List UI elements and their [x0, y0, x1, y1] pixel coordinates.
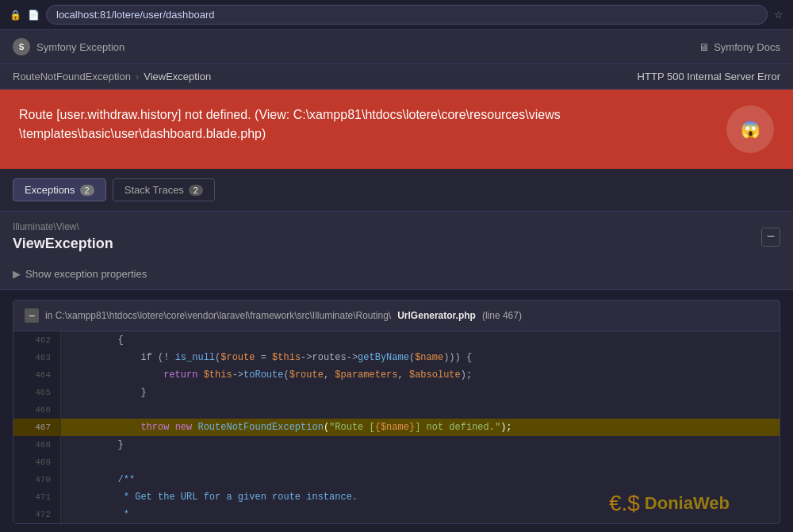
code-line-470: 470 /** [13, 471, 780, 488]
breadcrumb: RouteNotFoundException › ViewException [13, 71, 211, 82]
line-num-469: 469 [13, 454, 61, 471]
address-text: localhost:81/lotere/user/dashboard [56, 9, 214, 21]
code-line-469: 469 [13, 454, 780, 471]
browser-chrome: 🔒 📄 localhost:81/lotere/user/dashboard ☆ [0, 0, 793, 30]
error-icon-container: 😱 [726, 105, 774, 153]
show-properties-label: Show exception properties [25, 268, 147, 280]
code-line-462: 462 { [13, 331, 780, 349]
arrow-icon: ▶ [13, 268, 21, 280]
line-num-463: 463 [13, 349, 61, 366]
line-content-470: /** [61, 471, 780, 488]
symfony-docs-label: Symfony Docs [714, 41, 780, 53]
line-content-469 [61, 454, 780, 471]
code-line-467: 467 throw new RouteNotFoundException("Ro… [13, 419, 780, 436]
trace-header-main: − in C:\xampp81\htdocs\lotere\core\vendo… [13, 300, 780, 331]
symfony-label: Symfony Exception [36, 41, 125, 53]
line-num-470: 470 [13, 471, 61, 488]
tabs-bar: Exceptions 2 Stack Traces 2 [0, 169, 793, 212]
watermark-icon: €.$ [609, 491, 640, 516]
line-content-462: { [61, 331, 780, 349]
tab-stack-traces[interactable]: Stack Traces 2 [113, 178, 215, 201]
exception-header: Illuminate\View\ ViewException − [0, 212, 793, 262]
address-bar[interactable]: localhost:81/lotere/user/dashboard [46, 5, 768, 25]
browser-toolbar: 🔒 📄 localhost:81/lotere/user/dashboard ☆ [0, 0, 793, 29]
http-status: HTTP 500 Internal Server Error [638, 71, 780, 82]
line-content-468: } [61, 436, 780, 454]
exception-block: Illuminate\View\ ViewException − ▶ Show … [0, 212, 793, 290]
code-line-465: 465 } [13, 384, 780, 401]
breadcrumb-parent[interactable]: RouteNotFoundException [13, 71, 131, 82]
line-content-464: return $this->toRoute($route, $parameter… [61, 366, 780, 384]
bookmark-icon[interactable]: ☆ [774, 9, 783, 21]
error-banner: Route [user.withdraw.history] not define… [0, 90, 793, 169]
line-content-467: throw new RouteNotFoundException("Route … [61, 419, 780, 436]
line-content-463: if (! is_null($route = $this->routes->ge… [61, 349, 780, 366]
line-num-462: 462 [13, 331, 61, 349]
line-num-471: 471 [13, 488, 61, 506]
line-num-468: 468 [13, 436, 61, 454]
exception-namespace: Illuminate\View\ [13, 221, 113, 232]
error-line2: \templates\basic\user\dashboard.blade.ph… [19, 127, 266, 140]
trace-filename: UrlGenerator.php [397, 310, 476, 321]
code-line-466: 466 [13, 401, 780, 419]
tab-stack-traces-badge: 2 [189, 185, 203, 196]
code-line-464: 464 return $this->toRoute($route, $param… [13, 366, 780, 384]
symfony-logo: S Symfony Exception [13, 38, 125, 55]
code-line-468: 468 } [13, 436, 780, 454]
shield-icon: 🔒 [10, 10, 21, 21]
code-line-463: 463 if (! is_null($route = $this->routes… [13, 349, 780, 366]
trace-line-info: (line 467) [482, 310, 522, 321]
exception-classname: ViewException [13, 235, 113, 252]
breadcrumb-separator: › [136, 71, 139, 82]
line-num-466: 466 [13, 401, 61, 419]
line-num-467: 467 [13, 419, 61, 436]
show-properties[interactable]: ▶ Show exception properties [0, 262, 793, 289]
exception-info: Illuminate\View\ ViewException [13, 221, 113, 252]
line-num-465: 465 [13, 384, 61, 401]
tab-exceptions-label: Exceptions [25, 184, 75, 196]
watermark-text: DoniaWeb [645, 493, 730, 514]
line-num-472: 472 [13, 506, 61, 523]
page-icon: 📄 [28, 10, 40, 21]
symfony-icon: S [13, 38, 30, 55]
trace-path-prefix: in C:\xampp81\htdocs\lotere\core\vendor\… [45, 310, 391, 321]
error-message: Route [user.withdraw.history] not define… [19, 105, 711, 144]
error-octopus-icon: 😱 [726, 105, 774, 153]
tab-exceptions[interactable]: Exceptions 2 [13, 178, 106, 201]
monitor-icon: 🖥 [699, 41, 709, 53]
line-content-466 [61, 401, 780, 419]
watermark: €.$ DoniaWeb [609, 491, 730, 516]
collapse-button[interactable]: − [761, 228, 780, 247]
trace-toggle-main[interactable]: − [25, 308, 39, 323]
breadcrumb-current: ViewException [144, 71, 211, 82]
line-num-464: 464 [13, 366, 61, 384]
symfony-header: S Symfony Exception 🖥 Symfony Docs [0, 30, 793, 64]
tab-exceptions-badge: 2 [80, 185, 94, 196]
symfony-docs-link[interactable]: 🖥 Symfony Docs [699, 41, 780, 53]
breadcrumb-bar: RouteNotFoundException › ViewException H… [0, 64, 793, 90]
tab-stack-traces-label: Stack Traces [125, 184, 184, 196]
error-line1: Route [user.withdraw.history] not define… [19, 108, 561, 121]
main-content: Exceptions 2 Stack Traces 2 Illuminate\V… [0, 169, 793, 532]
line-content-465: } [61, 384, 780, 401]
